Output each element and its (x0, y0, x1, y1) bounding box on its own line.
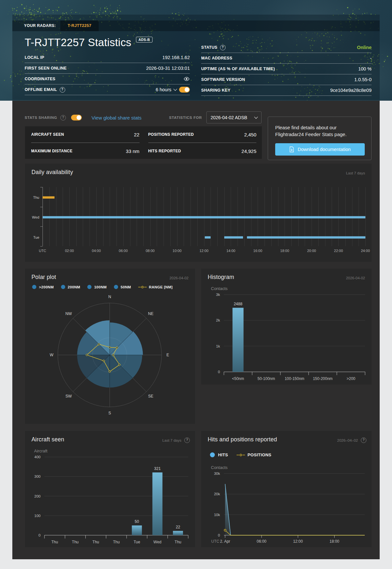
statistics-period-dropdown[interactable]: 2026-04-02 ADSB (206, 111, 262, 123)
y-tick-label: 300 (34, 474, 41, 478)
aircraft-dot (30, 13, 31, 14)
aircraft-dot (39, 8, 40, 9)
aircraft-dot (55, 13, 55, 13)
hits-positions-chart: Contacts010k20k30k2. Apr06:0012:0018:00U… (201, 431, 372, 547)
statistics-for-label: STATISTICS FOR (169, 116, 202, 120)
aircraft-dot (79, 13, 80, 13)
offline-email-toggle[interactable] (179, 87, 190, 93)
view-global-share-stats-link[interactable]: View global share stats (92, 115, 141, 120)
legend-label: 100NM (94, 285, 107, 289)
info-label: FIRST SEEN ONLINE (25, 66, 67, 70)
x-tick-label: 100-150nm (285, 376, 304, 381)
radar-info-right: STATUS ? Online MAC ADDRESS - UPTIME (AS… (201, 42, 372, 96)
aircraft-dot (21, 4, 21, 4)
help-icon[interactable]: ? (60, 87, 65, 93)
aircraft-dot (353, 10, 353, 10)
offline-email-label: OFFLINE EMAIL (25, 87, 57, 92)
aircraft-dot (117, 9, 118, 11)
legend-item: 50NM (114, 285, 131, 289)
stats-sharing-control: STATS SHARING ? (25, 115, 82, 120)
x-tick-label: Thu (175, 540, 181, 544)
y-tick-label: 100 (34, 514, 41, 518)
compass-label: SW (66, 394, 72, 398)
aircraft-dot (95, 12, 96, 13)
info-label: SOFTWARE VERSION (201, 77, 245, 82)
status-badge: Online (357, 45, 372, 50)
aircraft-dot (19, 13, 20, 14)
aircraft-dot (337, 9, 337, 10)
help-icon[interactable]: ? (60, 115, 66, 120)
y-tick-label: 1k (216, 344, 220, 348)
legend-dot-icon (61, 285, 65, 289)
aircraft-dot (100, 8, 101, 8)
x-tick-label: Wed (153, 540, 161, 544)
aircraft-dot (116, 13, 117, 14)
aircraft-dot (24, 13, 25, 14)
aircraft-dot (57, 9, 58, 10)
aircraft-dot (15, 13, 16, 14)
compass-label: W (50, 353, 54, 357)
aircraft-dot (117, 7, 118, 8)
aircraft-dot (115, 13, 116, 14)
radar-tab[interactable]: T-RJTT2257 (60, 20, 99, 31)
aircraft-dot (70, 10, 71, 11)
aircraft-dot (99, 12, 100, 13)
coordinates-reveal[interactable] (183, 77, 190, 81)
x-tick-label: Thu (72, 540, 79, 544)
x-tick-label: Thu (92, 540, 99, 544)
x-tick-label: Thu (51, 540, 58, 544)
legend-label: RANGE [NM] (149, 285, 173, 289)
statistics-period-value: 2026-04-02 ADSB (211, 115, 247, 120)
aircraft-dot (62, 13, 63, 14)
aircraft-dot (107, 8, 108, 9)
aircraft-dot (29, 12, 30, 13)
aircraft-dot (12, 8, 13, 8)
legend-label: 50NM (121, 285, 131, 289)
aircraft-dot (104, 7, 105, 8)
aircraft-dot (91, 13, 92, 14)
info-row-mac: MAC ADDRESS - (201, 53, 372, 64)
gridline (365, 187, 366, 246)
aircraft-dot (184, 13, 185, 14)
aircraft-dot (110, 5, 111, 6)
panel-title: Polar plot (31, 274, 56, 281)
aircraft-dot (26, 8, 26, 8)
aircraft-dot (47, 9, 48, 11)
aircraft-dot (36, 10, 37, 10)
aircraft-dot (11, 82, 11, 82)
y-axis-title: Aircraft (34, 449, 48, 453)
aircraft-dot (382, 54, 382, 55)
stats-sharing-toggle[interactable] (71, 115, 82, 120)
x-tick-label: UTC (39, 249, 46, 253)
aircraft-dot (115, 10, 116, 11)
offline-email-interval[interactable]: 6 hours (156, 87, 171, 92)
polar-legend: >200NM 200NM 100NM 50NM (32, 285, 173, 289)
compass-label: NE (148, 311, 153, 316)
aircraft-dot (111, 13, 112, 14)
download-documentation-button[interactable]: Download documentation (275, 143, 365, 156)
stats-sharing-label: STATS SHARING (25, 116, 57, 120)
x-tick-label: 24:00 (361, 249, 370, 253)
aircraft-dot (71, 12, 72, 13)
y-axis-title: Contacts (211, 465, 228, 470)
radar-header-card: YOUR RADARS: T-RJTT2257 T-RJTT2257 Stati… (12, 15, 380, 100)
help-icon[interactable]: ? (220, 45, 226, 50)
x-tick-label: 02:00 (65, 249, 74, 253)
stat-value: 24,925 (241, 148, 256, 154)
compass-label: NW (65, 311, 72, 316)
aircraft-dot (104, 8, 105, 8)
x-tick-label: 2. Apr (220, 539, 230, 544)
polar-spoke (73, 378, 87, 392)
aircraft-dot (117, 10, 118, 11)
aircraft-dot (95, 7, 95, 7)
series-line-positions (225, 530, 365, 536)
info-row-local-ip: LOCAL IP 192.168.1.62 (25, 52, 190, 63)
availability-segment (247, 236, 365, 239)
stat-value: 33 nm (126, 148, 140, 154)
aircraft-dot (115, 11, 116, 12)
x-tick-label: 14:00 (227, 249, 236, 253)
content-area: STATS SHARING ? View global share stats … (12, 101, 380, 559)
aircraft-dot (31, 13, 32, 14)
bar (153, 473, 163, 535)
aircraft-dot (11, 75, 11, 76)
